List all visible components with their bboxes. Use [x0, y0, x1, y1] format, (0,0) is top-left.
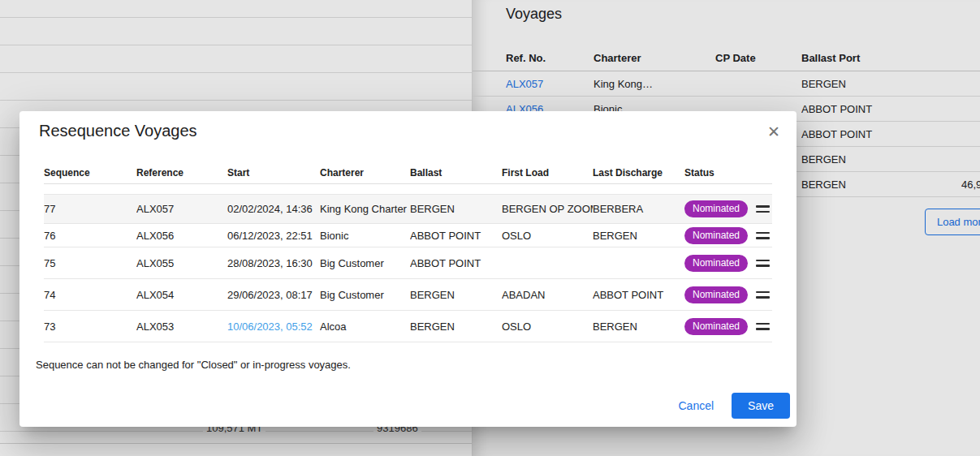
ballast-cell: ABBOT POINT	[410, 257, 502, 269]
voyage-row: 73 ALX053 10/06/2023, 05:52 Alcoa BERGEN…	[44, 311, 772, 342]
reference-cell: ALX055	[136, 257, 227, 269]
charterer-cell: Big Customer	[320, 257, 410, 269]
reference-cell: ALX057	[136, 203, 227, 215]
charterer-cell: Alcoa	[320, 320, 410, 333]
ballast-cell: BERGEN	[410, 203, 502, 215]
start-cell: 06/12/2023, 22:51	[227, 230, 320, 242]
close-icon[interactable]: ✕	[762, 121, 785, 144]
drag-handle-icon[interactable]	[756, 229, 772, 243]
voyage-row: 74 ALX054 29/06/2023, 08:17 Big Customer…	[44, 279, 772, 311]
reference-cell: ALX054	[136, 289, 227, 301]
col-header-first-load: First Load	[502, 167, 593, 179]
sequence-cell: 77	[44, 203, 136, 215]
last-discharge-cell: BERGEN	[593, 320, 684, 333]
save-button[interactable]: Save	[732, 393, 790, 419]
dialog-title: Resequence Voyages	[39, 122, 197, 140]
reference-cell: ALX056	[136, 230, 227, 242]
charterer-cell: Big Customer	[320, 289, 410, 301]
charterer-cell: Bionic	[320, 230, 410, 242]
col-header-status: Status	[684, 167, 756, 179]
ballast-cell: BERGEN	[410, 320, 502, 333]
sequence-cell: 73	[44, 320, 136, 333]
status-cell: Nominated	[684, 200, 756, 217]
first-load-cell: BERGEN OP ZOOM	[502, 203, 593, 215]
first-load-cell: OSLO	[502, 230, 593, 242]
voyage-row: 77 ALX057 02/02/2024, 14:36 King Kong Ch…	[44, 194, 772, 224]
drag-handle-icon[interactable]	[756, 202, 772, 216]
first-load-cell: ABADAN	[502, 289, 593, 301]
drag-handle-icon[interactable]	[756, 256, 772, 270]
status-badge: Nominated	[684, 318, 748, 335]
charterer-cell: King Kong Charter	[320, 203, 410, 215]
sequence-cell: 75	[44, 257, 136, 269]
status-cell: Nominated	[684, 286, 756, 303]
drag-handle-icon[interactable]	[756, 320, 772, 333]
col-header-charterer: Charterer	[320, 167, 410, 179]
sequence-cell: 76	[44, 230, 136, 242]
last-discharge-cell: BERBERA	[593, 203, 684, 215]
resequence-table: Sequence Reference Start Charterer Balla…	[44, 161, 772, 342]
start-cell: 29/06/2023, 08:17	[227, 289, 320, 301]
sequence-note: Sequence can not be changed for "Closed"…	[36, 359, 351, 371]
start-cell: 28/08/2023, 16:30	[227, 257, 320, 269]
status-cell: Nominated	[684, 255, 756, 272]
first-load-cell: OSLO	[502, 320, 593, 333]
col-header-last-discharge: Last Discharge	[593, 167, 684, 179]
col-header-start: Start	[227, 167, 320, 179]
col-header-sequence: Sequence	[44, 167, 136, 179]
resequence-voyages-dialog: Resequence Voyages ✕ Sequence Reference …	[19, 111, 797, 427]
sequence-cell: 74	[44, 289, 136, 301]
status-badge: Nominated	[684, 255, 748, 272]
resequence-header-row: Sequence Reference Start Charterer Balla…	[44, 161, 772, 184]
col-header-ballast: Ballast	[410, 167, 502, 179]
status-cell: Nominated	[684, 318, 756, 335]
status-badge: Nominated	[684, 227, 748, 244]
voyage-row: 75 ALX055 28/08/2023, 16:30 Big Customer…	[44, 247, 772, 279]
last-discharge-cell: ABBOT POINT	[593, 289, 684, 301]
ballast-cell: BERGEN	[410, 289, 502, 301]
col-header-reference: Reference	[136, 167, 227, 179]
status-badge: Nominated	[684, 286, 748, 303]
dialog-actions: Cancel Save	[665, 393, 790, 419]
status-badge: Nominated	[684, 200, 748, 217]
drag-handle-icon[interactable]	[756, 288, 772, 302]
voyage-row: 76 ALX056 06/12/2023, 22:51 Bionic ABBOT…	[44, 224, 772, 247]
status-cell: Nominated	[684, 227, 756, 244]
cancel-button[interactable]: Cancel	[665, 393, 727, 419]
last-discharge-cell: BERGEN	[593, 230, 684, 242]
start-cell: 02/02/2024, 14:36	[227, 203, 320, 215]
start-date-link[interactable]: 10/06/2023, 05:52	[227, 320, 320, 333]
ballast-cell: ABBOT POINT	[410, 230, 502, 242]
reference-cell: ALX053	[136, 320, 227, 333]
